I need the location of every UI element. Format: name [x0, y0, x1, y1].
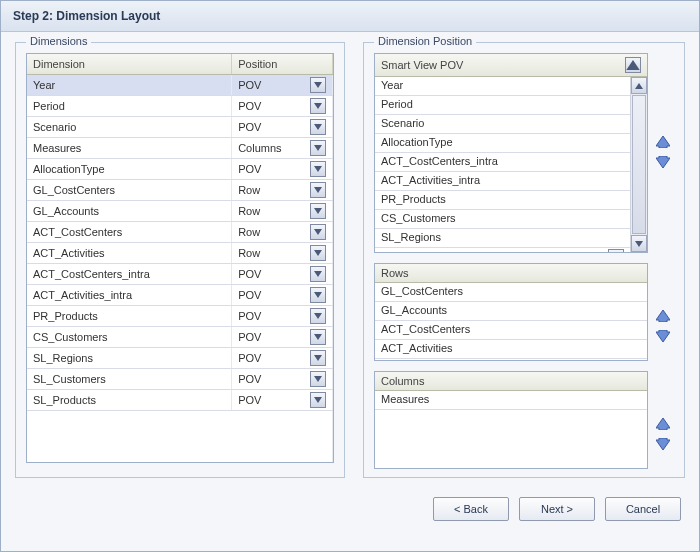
list-item[interactable]: AllocationType: [375, 134, 630, 153]
table-row[interactable]: ACT_ActivitiesRow: [27, 243, 333, 264]
position-cell[interactable]: POV: [232, 159, 333, 180]
pov-scrollbar[interactable]: [630, 77, 647, 252]
col-dimension-header[interactable]: Dimension: [27, 54, 232, 75]
table-row[interactable]: SL_CustomersPOV: [27, 369, 333, 390]
list-item[interactable]: Measures: [375, 391, 647, 410]
list-item[interactable]: SL_Regions: [375, 229, 630, 248]
chevron-down-icon[interactable]: [310, 98, 326, 114]
cols-move-down-button[interactable]: [654, 435, 672, 453]
chevron-down-icon[interactable]: [310, 287, 326, 303]
table-row[interactable]: ACT_CostCenters_intraPOV: [27, 264, 333, 285]
dimension-cell[interactable]: ACT_CostCenters_intra: [27, 264, 232, 285]
table-row[interactable]: ScenarioPOV: [27, 117, 333, 138]
dimension-cell[interactable]: SL_Customers: [27, 369, 232, 390]
table-row[interactable]: MeasuresColumns: [27, 138, 333, 159]
chevron-down-icon[interactable]: [310, 203, 326, 219]
position-cell[interactable]: POV: [232, 306, 333, 327]
position-cell[interactable]: POV: [232, 327, 333, 348]
rows-move-down-button[interactable]: [654, 327, 672, 345]
position-cell[interactable]: POV: [232, 285, 333, 306]
dimension-cell[interactable]: Year: [27, 75, 232, 96]
chevron-down-icon[interactable]: [310, 392, 326, 408]
dimension-cell[interactable]: PR_Products: [27, 306, 232, 327]
table-row[interactable]: GL_CostCentersRow: [27, 180, 333, 201]
pov-move-down-button[interactable]: [654, 153, 672, 171]
list-item[interactable]: ACT_CostCenters_intra: [375, 153, 630, 172]
back-button[interactable]: < Back: [433, 497, 509, 521]
table-row[interactable]: YearPOV: [27, 75, 333, 96]
position-cell[interactable]: POV: [232, 117, 333, 138]
table-row[interactable]: ACT_Activities_intraPOV: [27, 285, 333, 306]
col-position-header[interactable]: Position: [232, 54, 333, 75]
position-cell[interactable]: POV: [232, 348, 333, 369]
position-cell[interactable]: POV: [232, 75, 333, 96]
chevron-down-icon[interactable]: [310, 245, 326, 261]
chevron-down-icon[interactable]: [310, 161, 326, 177]
pov-listbox[interactable]: Smart View POV YearPeriodScenarioAllocat…: [374, 53, 648, 253]
table-row[interactable]: GL_AccountsRow: [27, 201, 333, 222]
position-cell[interactable]: POV: [232, 264, 333, 285]
dimension-cell[interactable]: AllocationType: [27, 159, 232, 180]
position-cell[interactable]: POV: [232, 369, 333, 390]
chevron-down-icon[interactable]: [310, 266, 326, 282]
dimension-cell[interactable]: SL_Regions: [27, 348, 232, 369]
position-cell[interactable]: Row: [232, 201, 333, 222]
list-item[interactable]: ACT_Activities_intra: [375, 172, 630, 191]
list-item[interactable]: ACT_Activities: [375, 340, 647, 359]
chevron-down-icon[interactable]: [310, 140, 326, 156]
pov-header-label: Smart View POV: [381, 59, 463, 71]
list-item[interactable]: Period: [375, 96, 630, 115]
position-cell[interactable]: POV: [232, 96, 333, 117]
dimension-cell[interactable]: CS_Customers: [27, 327, 232, 348]
next-button[interactable]: Next >: [519, 497, 595, 521]
chevron-down-icon[interactable]: [310, 182, 326, 198]
scroll-down-icon[interactable]: [631, 235, 647, 252]
chevron-down-icon[interactable]: [608, 249, 624, 252]
rows-move-up-button[interactable]: [654, 307, 672, 325]
chevron-down-icon[interactable]: [310, 119, 326, 135]
dimension-cell[interactable]: GL_Accounts: [27, 201, 232, 222]
position-cell[interactable]: Row: [232, 180, 333, 201]
position-cell[interactable]: Columns: [232, 138, 333, 159]
scroll-thumb[interactable]: [632, 95, 646, 234]
position-cell[interactable]: Row: [232, 222, 333, 243]
chevron-down-icon[interactable]: [310, 308, 326, 324]
cancel-button[interactable]: Cancel: [605, 497, 681, 521]
list-item[interactable]: PR_Products: [375, 191, 630, 210]
table-row[interactable]: PeriodPOV: [27, 96, 333, 117]
table-row[interactable]: ACT_CostCentersRow: [27, 222, 333, 243]
list-item[interactable]: SL_Customers: [375, 248, 630, 252]
dimension-cell[interactable]: GL_CostCenters: [27, 180, 232, 201]
dimension-cell[interactable]: ACT_Activities_intra: [27, 285, 232, 306]
columns-listbox[interactable]: Columns Measures: [374, 371, 648, 469]
position-cell[interactable]: POV: [232, 390, 333, 411]
dimension-cell[interactable]: ACT_CostCenters: [27, 222, 232, 243]
list-item[interactable]: GL_Accounts: [375, 302, 647, 321]
cols-move-up-button[interactable]: [654, 415, 672, 433]
chevron-down-icon[interactable]: [310, 350, 326, 366]
dimension-cell[interactable]: Measures: [27, 138, 232, 159]
scroll-up-icon[interactable]: [631, 77, 647, 94]
table-row[interactable]: CS_CustomersPOV: [27, 327, 333, 348]
dimension-cell[interactable]: SL_Products: [27, 390, 232, 411]
scroll-up-icon[interactable]: [625, 57, 641, 73]
list-item[interactable]: GL_CostCenters: [375, 283, 647, 302]
chevron-down-icon[interactable]: [310, 371, 326, 387]
dimension-cell[interactable]: Scenario: [27, 117, 232, 138]
list-item[interactable]: Scenario: [375, 115, 630, 134]
chevron-down-icon[interactable]: [310, 224, 326, 240]
rows-listbox[interactable]: Rows GL_CostCentersGL_AccountsACT_CostCe…: [374, 263, 648, 361]
chevron-down-icon[interactable]: [310, 329, 326, 345]
table-row[interactable]: SL_ProductsPOV: [27, 390, 333, 411]
list-item[interactable]: CS_Customers: [375, 210, 630, 229]
list-item[interactable]: Year: [375, 77, 630, 96]
pov-move-up-button[interactable]: [654, 133, 672, 151]
dimension-cell[interactable]: ACT_Activities: [27, 243, 232, 264]
chevron-down-icon[interactable]: [310, 77, 326, 93]
list-item[interactable]: ACT_CostCenters: [375, 321, 647, 340]
table-row[interactable]: AllocationTypePOV: [27, 159, 333, 180]
position-cell[interactable]: Row: [232, 243, 333, 264]
dimension-cell[interactable]: Period: [27, 96, 232, 117]
table-row[interactable]: PR_ProductsPOV: [27, 306, 333, 327]
table-row[interactable]: SL_RegionsPOV: [27, 348, 333, 369]
